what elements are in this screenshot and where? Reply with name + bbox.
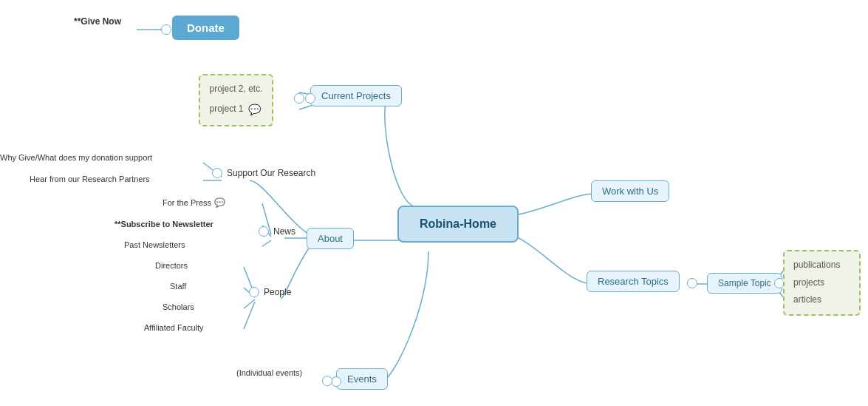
individual-events-text: (Individual events) <box>236 368 302 377</box>
research-dashed-box: publications projects articles <box>783 250 861 316</box>
connector-people <box>249 287 259 297</box>
connector-research <box>687 278 697 288</box>
events-node[interactable]: Events <box>336 368 388 390</box>
sample-topic-node[interactable]: Sample Topic <box>707 273 782 294</box>
for-press-text: For the Press 💬 <box>163 197 225 208</box>
svg-line-10 <box>244 300 255 308</box>
hear-from-text: Hear from our Research Partners <box>30 175 150 183</box>
connector-proj-box <box>294 93 304 104</box>
connector-news <box>259 226 269 237</box>
staff-text: Staff <box>170 282 186 291</box>
connector-support <box>212 168 222 178</box>
about-node[interactable]: About <box>307 228 354 249</box>
comment-icon: 💬 <box>248 101 261 119</box>
connector-donate <box>161 24 171 35</box>
connector-ind-events <box>322 376 332 386</box>
news-node[interactable]: News <box>259 226 295 237</box>
connector-events <box>331 376 341 387</box>
give-now-text: **Give Now <box>74 16 121 27</box>
why-give-text: Why Give/What does my donation support <box>0 153 152 162</box>
publications-text: publications <box>793 257 850 274</box>
donate-button[interactable]: Donate <box>172 16 239 40</box>
projects-dashed-box: project 2, etc. project 1 💬 <box>175 74 297 126</box>
past-newsletters-text: Past Newsletters <box>124 240 185 249</box>
subscribe-newsletter-text: **Subscribe to Newsletter <box>115 220 213 229</box>
project1-text: project 1 <box>209 101 243 118</box>
center-node[interactable]: Robina-Home <box>397 206 519 243</box>
svg-line-11 <box>244 302 255 329</box>
support-research-node[interactable]: Support Our Research <box>212 168 315 178</box>
connector-current-projects <box>305 93 315 104</box>
projects-rt-text: projects <box>793 275 850 291</box>
project2-text: project 2, etc. <box>209 81 262 98</box>
donate-node: Donate <box>172 16 239 40</box>
work-with-us-node[interactable]: Work with Us <box>591 180 669 202</box>
people-node[interactable]: People <box>249 287 291 297</box>
svg-line-7 <box>262 240 271 246</box>
articles-text: articles <box>793 292 850 308</box>
current-projects-node[interactable]: Current Projects <box>310 85 402 106</box>
scholars-text: Scholars <box>163 302 194 311</box>
research-topics-node[interactable]: Research Topics <box>587 271 680 292</box>
affiliated-faculty-text: Affiliated Faculty <box>144 323 204 332</box>
directors-text: Directors <box>155 261 188 270</box>
comment-icon-press: 💬 <box>214 197 225 208</box>
